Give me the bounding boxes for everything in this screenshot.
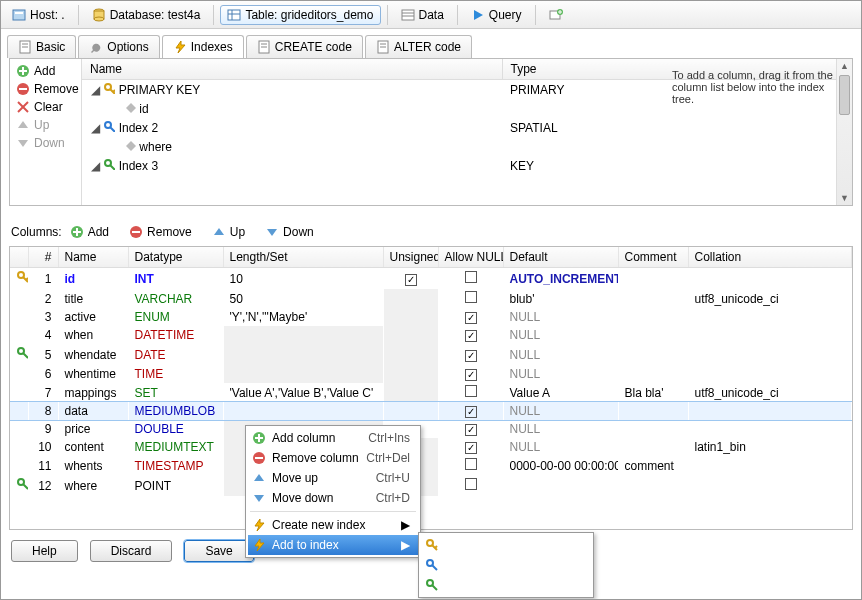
col-add[interactable]: Add (68, 224, 111, 240)
tab-indexes[interactable]: Indexes (162, 35, 244, 58)
grid-header-datatype[interactable]: Datatype (128, 247, 223, 268)
row-unsigned[interactable] (383, 365, 438, 383)
ctx-add-to-index[interactable]: Add to index▶ PRIMARY Index 2 (SPATIAL) … (248, 535, 418, 555)
row-name[interactable]: content (58, 438, 128, 456)
host-button[interactable]: Host: . (5, 5, 72, 25)
row-default[interactable]: NULL (503, 365, 618, 383)
row-collation[interactable] (688, 365, 852, 383)
row-length[interactable]: 10 (223, 268, 383, 290)
row-collation[interactable] (688, 268, 852, 290)
row-default[interactable]: NULL (503, 326, 618, 344)
row-unsigned[interactable]: ✓ (383, 268, 438, 290)
row-comment[interactable] (618, 402, 688, 420)
index-row[interactable]: ◢ Index 3KEY (82, 156, 852, 175)
row-collation[interactable] (688, 475, 852, 496)
row-name[interactable]: data (58, 402, 128, 420)
table-row[interactable]: 4whenDATETIME✓NULL (10, 326, 852, 344)
checkbox[interactable] (465, 458, 477, 470)
row-datatype[interactable]: VARCHAR (128, 289, 223, 308)
database-button[interactable]: Database: test4a (85, 5, 208, 25)
table-row[interactable]: 7mappingsSET'Value A','Value B','Value C… (10, 383, 852, 402)
table-row[interactable]: 9priceDOUBLE✓NULL (10, 420, 852, 438)
checkbox[interactable]: ✓ (465, 330, 477, 342)
row-default[interactable]: NULL (503, 308, 618, 326)
row-collation[interactable] (688, 402, 852, 420)
tab-create-code[interactable]: CREATE code (246, 35, 363, 58)
tree-toggle-icon[interactable]: ◢ (90, 83, 100, 97)
help-button[interactable]: Help (11, 540, 78, 562)
table-row[interactable]: 11whentsTIMESTAMP0000-00-00 00:00:00comm… (10, 456, 852, 475)
row-unsigned[interactable] (383, 308, 438, 326)
tab-basic[interactable]: Basic (7, 35, 76, 58)
index-clear[interactable]: Clear (14, 99, 77, 115)
checkbox[interactable]: ✓ (465, 406, 477, 418)
row-default[interactable]: Value A (503, 383, 618, 402)
row-datatype[interactable]: DATE (128, 344, 223, 365)
row-allow-null[interactable]: ✓ (438, 365, 503, 383)
grid-header-comment[interactable]: Comment (618, 247, 688, 268)
grid-header-unsigned[interactable]: Unsigned (383, 247, 438, 268)
ctx-move-up[interactable]: Move upCtrl+U (248, 468, 418, 488)
row-length[interactable]: 'Y','N','''Maybe' (223, 308, 383, 326)
row-allow-null[interactable]: ✓ (438, 438, 503, 456)
table-row[interactable]: 3activeENUM'Y','N','''Maybe'✓NULL (10, 308, 852, 326)
row-name[interactable]: active (58, 308, 128, 326)
row-default[interactable]: 0000-00-00 00:00:00 (503, 456, 618, 475)
checkbox[interactable]: ✓ (465, 442, 477, 454)
row-datatype[interactable]: TIME (128, 365, 223, 383)
checkbox[interactable] (465, 271, 477, 283)
row-comment[interactable] (618, 289, 688, 308)
table-row[interactable]: 1idINT10✓AUTO_INCREMENT (10, 268, 852, 290)
row-name[interactable]: mappings (58, 383, 128, 402)
checkbox[interactable]: ✓ (465, 350, 477, 362)
row-collation[interactable] (688, 344, 852, 365)
row-name[interactable]: id (58, 268, 128, 290)
columns-grid[interactable]: # Name Datatype Length/Set Unsigned Allo… (9, 246, 853, 530)
table-row[interactable]: 2titleVARCHAR50blub'utf8_unicode_ci (10, 289, 852, 308)
row-comment[interactable]: Bla bla' (618, 383, 688, 402)
row-datatype[interactable]: DOUBLE (128, 420, 223, 438)
grid-header-length[interactable]: Length/Set (223, 247, 383, 268)
row-allow-null[interactable]: ✓ (438, 326, 503, 344)
row-default[interactable]: NULL (503, 402, 618, 420)
row-name[interactable]: title (58, 289, 128, 308)
query-button[interactable]: Query (464, 5, 529, 25)
table-row[interactable]: 5whendateDATE✓NULL (10, 344, 852, 365)
index-name-header[interactable]: Name (82, 59, 502, 80)
table-button[interactable]: Table: grideditors_demo (220, 5, 380, 25)
ctx-move-down[interactable]: Move downCtrl+D (248, 488, 418, 508)
row-default[interactable]: NULL (503, 438, 618, 456)
index-row[interactable]: ◢ Index 2SPATIAL (82, 118, 852, 137)
row-comment[interactable]: comment (618, 456, 688, 475)
row-comment[interactable] (618, 438, 688, 456)
ctx-remove-column[interactable]: Remove columnCtrl+Del (248, 448, 418, 468)
tree-toggle-icon[interactable]: ◢ (90, 121, 100, 135)
row-name[interactable]: whentime (58, 365, 128, 383)
tab-options[interactable]: Options (78, 35, 159, 58)
row-comment[interactable] (618, 268, 688, 290)
row-unsigned[interactable] (383, 402, 438, 420)
discard-button[interactable]: Discard (90, 540, 173, 562)
row-allow-null[interactable] (438, 383, 503, 402)
row-length[interactable] (223, 326, 383, 344)
row-name[interactable]: where (58, 475, 128, 496)
row-allow-null[interactable] (438, 456, 503, 475)
tree-toggle-icon[interactable]: ◢ (90, 159, 100, 173)
row-name[interactable]: price (58, 420, 128, 438)
ctx-add-column[interactable]: Add columnCtrl+Ins (248, 428, 418, 448)
checkbox[interactable]: ✓ (405, 274, 417, 286)
data-button[interactable]: Data (394, 5, 451, 25)
row-datatype[interactable]: MEDIUMBLOB (128, 402, 223, 420)
row-comment[interactable] (618, 420, 688, 438)
checkbox[interactable]: ✓ (465, 312, 477, 324)
row-comment[interactable] (618, 326, 688, 344)
row-default[interactable]: AUTO_INCREMENT (503, 268, 618, 290)
table-row[interactable]: 6whentimeTIME✓NULL (10, 365, 852, 383)
row-allow-null[interactable] (438, 475, 503, 496)
row-allow-null[interactable]: ✓ (438, 344, 503, 365)
row-unsigned[interactable] (383, 289, 438, 308)
grid-header-collation[interactable]: Collation (688, 247, 852, 268)
table-row[interactable]: 12wherePOINT (10, 475, 852, 496)
row-allow-null[interactable]: ✓ (438, 420, 503, 438)
row-unsigned[interactable] (383, 383, 438, 402)
